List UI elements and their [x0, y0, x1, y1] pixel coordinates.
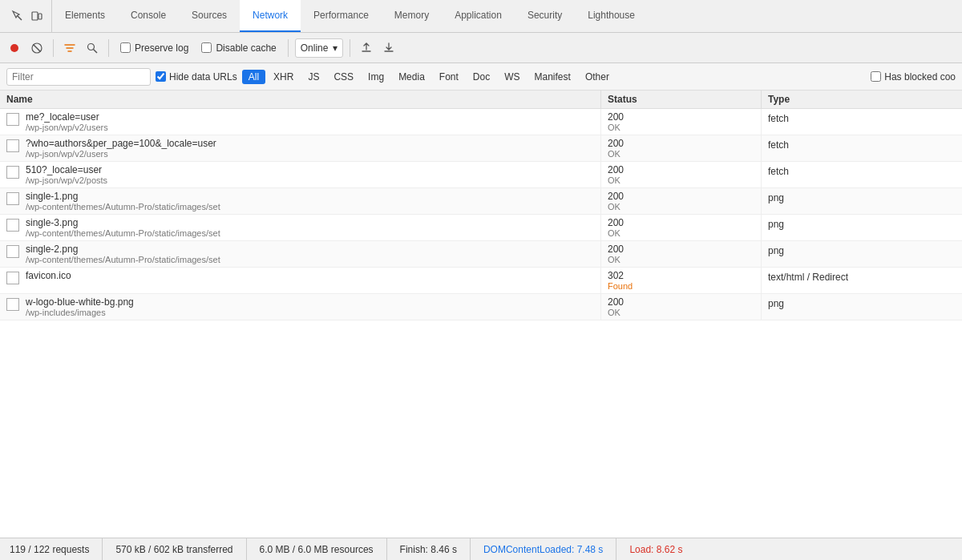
tab-elements[interactable]: Elements — [52, 0, 118, 32]
status-code: 302 — [608, 270, 754, 281]
status-cell: 200OK — [601, 215, 762, 240]
svg-point-3 — [10, 44, 18, 52]
disable-cache-checkbox[interactable] — [201, 42, 212, 53]
network-toolbar: Preserve log Disable cache Online ▾ — [0, 33, 962, 63]
search-button[interactable] — [83, 38, 102, 58]
column-type[interactable]: Type — [762, 91, 962, 108]
file-icon — [6, 113, 19, 126]
table-body: me?_locale=user/wp-json/wp/v2/users200OK… — [0, 109, 962, 320]
has-blocked-label[interactable]: Has blocked coo — [871, 71, 956, 83]
type-cell: png — [762, 188, 962, 214]
finish-time: Finish: 8.46 s — [387, 538, 471, 560]
filter-tag-doc[interactable]: Doc — [467, 70, 496, 84]
tab-performance[interactable]: Performance — [301, 0, 382, 32]
name-cell: 510?_locale=user/wp-json/wp/v2/posts — [0, 162, 601, 187]
hide-data-urls-checkbox[interactable] — [156, 71, 166, 82]
filter-tag-ws[interactable]: WS — [498, 70, 526, 84]
filter-tag-font[interactable]: Font — [433, 70, 465, 84]
preserve-log-checkbox[interactable] — [120, 42, 131, 53]
name-cell: me?_locale=user/wp-json/wp/v2/users — [0, 109, 601, 135]
name-primary: favicon.ico — [26, 270, 71, 281]
filter-tag-css[interactable]: CSS — [327, 70, 360, 84]
network-table[interactable]: Name Status Type me?_locale=user/wp-json… — [0, 91, 962, 538]
filter-tag-all[interactable]: All — [242, 70, 265, 84]
status-text: OK — [608, 149, 754, 159]
name-primary: single-1.png — [26, 191, 220, 202]
status-text: Found — [608, 281, 754, 291]
tab-console[interactable]: Console — [118, 0, 179, 32]
has-blocked-checkbox[interactable] — [871, 71, 881, 82]
status-code: 200 — [608, 296, 754, 308]
import-button[interactable] — [357, 38, 376, 58]
table-row[interactable]: single-1.png/wp-content/themes/Autumn-Pr… — [0, 188, 962, 215]
hide-data-urls-label[interactable]: Hide data URLs — [156, 71, 237, 83]
status-code: 200 — [608, 244, 754, 255]
status-cell: 200OK — [601, 294, 762, 320]
column-status[interactable]: Status — [601, 91, 762, 108]
type-cell: fetch — [762, 109, 962, 135]
svg-point-6 — [88, 43, 95, 50]
file-icon — [6, 166, 19, 179]
name-secondary: /wp-content/themes/Autumn-Pro/static/ima… — [26, 202, 220, 212]
tab-lighthouse[interactable]: Lighthouse — [575, 0, 648, 32]
table-row[interactable]: single-3.png/wp-content/themes/Autumn-Pr… — [0, 215, 962, 241]
table-header: Name Status Type — [0, 91, 962, 109]
tab-application[interactable]: Application — [442, 0, 515, 32]
type-cell: fetch — [762, 162, 962, 187]
file-icon — [6, 245, 19, 258]
name-secondary: /wp-json/wp/v2/users — [26, 123, 108, 132]
svg-line-7 — [94, 49, 98, 53]
load-time: Load: 8.62 s — [616, 538, 695, 560]
name-secondary: /wp-json/wp/v2/users — [26, 149, 216, 159]
table-row[interactable]: single-2.png/wp-content/themes/Autumn-Pr… — [0, 241, 962, 268]
filter-button[interactable] — [60, 38, 79, 58]
filter-tag-js[interactable]: JS — [301, 70, 325, 84]
table-row[interactable]: ?who=authors&per_page=100&_locale=user/w… — [0, 135, 962, 162]
record-button[interactable] — [5, 38, 24, 58]
name-cell: favicon.ico — [0, 268, 601, 293]
transferred-size: 570 kB / 602 kB transferred — [103, 538, 246, 560]
status-code: 200 — [608, 217, 754, 228]
name-primary: ?who=authors&per_page=100&_locale=user — [26, 138, 216, 149]
throttle-select[interactable]: Online ▾ — [295, 38, 344, 58]
name-cell: ?who=authors&per_page=100&_locale=user/w… — [0, 135, 601, 161]
tab-memory[interactable]: Memory — [382, 0, 442, 32]
filter-tag-other[interactable]: Other — [579, 70, 616, 84]
name-primary: w-logo-blue-white-bg.png — [26, 296, 134, 308]
table-row[interactable]: me?_locale=user/wp-json/wp/v2/users200OK… — [0, 109, 962, 135]
status-cell: 200OK — [601, 109, 762, 135]
disable-cache-label[interactable]: Disable cache — [196, 42, 281, 54]
filter-tag-xhr[interactable]: XHR — [267, 70, 300, 84]
status-text: OK — [608, 202, 754, 212]
status-cell: 200OK — [601, 162, 762, 187]
name-cell: w-logo-blue-white-bg.png/wp-includes/ima… — [0, 294, 601, 320]
inspect-icon[interactable] — [10, 8, 26, 24]
table-row[interactable]: w-logo-blue-white-bg.png/wp-includes/ima… — [0, 294, 962, 320]
file-icon — [6, 219, 19, 232]
type-cell: png — [762, 241, 962, 267]
export-button[interactable] — [379, 38, 398, 58]
clear-button[interactable] — [27, 38, 46, 58]
tab-list: Elements Console Sources Network Perform… — [52, 0, 959, 32]
filter-tag-img[interactable]: Img — [362, 70, 390, 84]
name-secondary: /wp-content/themes/Autumn-Pro/static/ima… — [26, 255, 220, 264]
preserve-log-label[interactable]: Preserve log — [115, 42, 193, 54]
divider-2 — [108, 39, 109, 57]
tab-security[interactable]: Security — [515, 0, 575, 32]
name-primary: 510?_locale=user — [26, 164, 107, 175]
name-primary: me?_locale=user — [26, 111, 108, 123]
device-toggle-icon[interactable] — [29, 8, 45, 24]
filter-tag-manifest[interactable]: Manifest — [528, 70, 577, 84]
filter-input[interactable] — [6, 68, 151, 86]
name-secondary: /wp-includes/images — [26, 308, 134, 317]
column-name[interactable]: Name — [0, 91, 601, 108]
status-code: 200 — [608, 191, 754, 202]
table-row[interactable]: favicon.ico302Foundtext/html / Redirect — [0, 268, 962, 294]
table-row[interactable]: 510?_locale=user/wp-json/wp/v2/posts200O… — [0, 162, 962, 188]
tab-network[interactable]: Network — [240, 0, 301, 32]
file-icon — [6, 139, 19, 152]
tab-sources[interactable]: Sources — [179, 0, 240, 32]
filter-tag-media[interactable]: Media — [392, 70, 431, 84]
type-cell: fetch — [762, 135, 962, 161]
file-icon — [6, 192, 19, 205]
